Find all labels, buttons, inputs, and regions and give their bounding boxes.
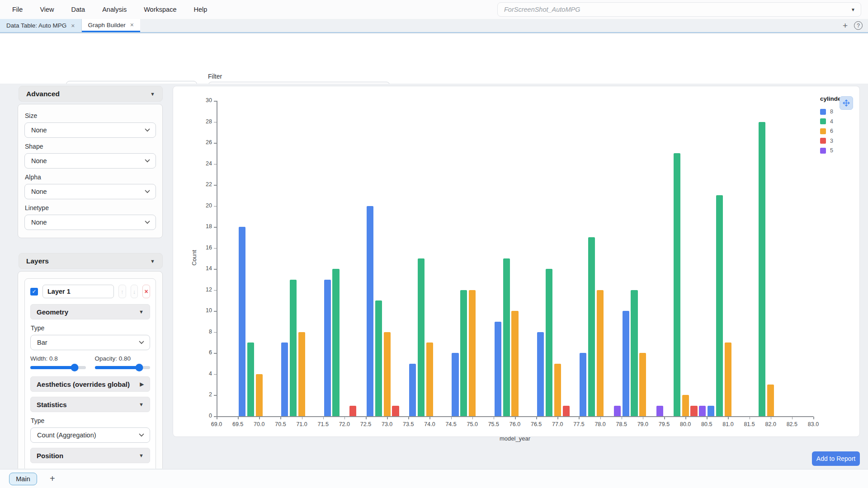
drag-move-icon[interactable] [840,96,853,110]
bar-71-cyl6 [298,332,305,416]
x-tick-mark [792,417,793,419]
width-slider-thumb[interactable] [71,364,79,371]
bar-71-cyl4 [290,280,297,416]
layer-name-input[interactable] [42,285,114,298]
bar-76-cyl4 [503,258,510,416]
close-icon[interactable]: × [130,22,134,28]
workspace-select[interactable]: ForScreenShot_AutoMPG ▼ [497,2,861,17]
bar-77-cyl4 [546,269,552,416]
width-slider[interactable] [30,366,86,369]
geometry-panel-title: Geometry [37,308,68,316]
workspace-name: ForScreenShot_AutoMPG [504,6,580,13]
help-icon[interactable]: ? [854,21,863,30]
chevron-down-icon [145,221,150,224]
alpha-select[interactable]: None [24,184,156,199]
tab-data-table[interactable]: Data Table: Auto MPG × [0,19,82,32]
statistics-type-select[interactable]: Count (Aggregation) [30,427,150,443]
legend-label: 5 [830,147,833,154]
size-select[interactable]: None [24,122,156,138]
alpha-label: Alpha [25,174,156,181]
legend-item: 5 [820,147,856,154]
y-tick-label: 18 [198,223,212,230]
menu-view[interactable]: View [40,6,54,13]
y-tick-label: 2 [198,391,212,398]
menu-data[interactable]: Data [71,6,85,13]
bar-73-cyl3 [392,406,399,416]
x-tick-label: 77.5 [571,421,587,427]
tab-strip: Data Table: Auto MPG × Graph Builder × +… [0,19,868,33]
size-label: Size [25,112,156,119]
legend-swatch [820,109,826,115]
x-tick-mark [323,417,324,419]
x-tick-mark [217,417,217,419]
menu-help[interactable]: Help [193,6,207,13]
opacity-slider[interactable] [95,366,151,369]
statistics-type-value: Count (Aggregation) [37,432,96,439]
menu-file[interactable]: File [12,6,23,13]
worksheet-tab-main[interactable]: Main [9,473,37,485]
linetype-select[interactable]: None [24,215,156,230]
close-icon[interactable]: × [71,23,75,29]
statistics-panel-header[interactable]: Statistics ▼ [30,397,150,412]
tab-graph-builder[interactable]: Graph Builder × [82,19,140,32]
x-tick-label: 70.0 [251,421,267,427]
bar-81-cyl8 [708,406,714,416]
bar-80-cyl4 [674,153,680,416]
menu-analysis[interactable]: Analysis [102,6,127,13]
aesthetics-panel-header[interactable]: Aesthetics (overrides global) ▶ [30,376,150,392]
bar-73-cyl4 [375,300,382,416]
x-tick-label: 75.5 [486,421,502,427]
x-tick-label: 76.5 [528,421,544,427]
bar-74-cyl8 [409,364,416,416]
add-to-report-button[interactable]: Add to Report [812,451,860,466]
y-tick-label: 30 [198,97,212,103]
width-slider-group: Width: 0.8 [30,355,86,369]
move-layer-up-button[interactable]: ↑ [118,285,126,298]
linetype-select-value: None [31,219,47,226]
y-tick-label: 0 [198,413,212,419]
geometry-type-value: Bar [37,339,47,346]
y-tick-mark [214,143,217,144]
x-tick-label: 71.5 [315,421,331,427]
geometry-panel-header[interactable]: Geometry ▼ [30,304,150,319]
bar-72-cyl4 [332,269,339,416]
position-panel-header[interactable]: Position ▼ [30,448,150,463]
chevron-down-icon [145,128,150,132]
x-tick-label: 73.5 [400,421,416,427]
x-tick-label: 78.0 [592,421,609,427]
delete-layer-button[interactable]: × [142,285,150,298]
y-tick-label: 14 [198,265,212,272]
menu-workspace[interactable]: Workspace [144,6,176,13]
add-worksheet-plus-icon[interactable]: + [50,474,55,484]
x-tick-mark [259,417,260,419]
move-layer-down-button[interactable]: ↓ [131,285,138,298]
shape-label: Shape [25,143,156,150]
x-tick-mark [771,417,772,419]
bar-80-cyl6 [682,395,689,416]
layer-visible-checkbox[interactable]: ✓ [30,288,38,296]
x-tick-label: 82.0 [763,421,779,427]
y-tick-label: 24 [198,160,212,167]
advanced-section-header[interactable]: Advanced ▼ [19,86,163,102]
alpha-select-value: None [31,188,47,195]
geometry-type-select[interactable]: Bar [30,335,150,350]
legend-item: 3 [820,138,856,144]
linetype-label: Linetype [25,204,156,211]
x-tick-mark [302,417,303,419]
size-select-value: None [31,127,47,134]
layers-section-header[interactable]: Layers ▼ [19,253,163,269]
legend-label: 4 [830,118,833,125]
bar-70-cyl8 [239,227,245,416]
bar-78-cyl5 [614,406,621,416]
bar-82-cyl6 [767,385,774,416]
shape-select[interactable]: None [24,153,156,169]
caret-down-icon: ▼ [139,402,144,407]
sidebar: Advanced ▼ Size None Shape None Alpha No… [14,84,166,469]
width-slider-fill [30,366,75,369]
opacity-slider-thumb[interactable] [135,364,143,371]
y-tick-label: 26 [198,139,212,145]
x-tick-mark [685,417,686,419]
filter-label: Filter [208,73,222,80]
legend-item: 4 [820,118,856,125]
new-tab-plus-icon[interactable]: + [843,21,848,30]
